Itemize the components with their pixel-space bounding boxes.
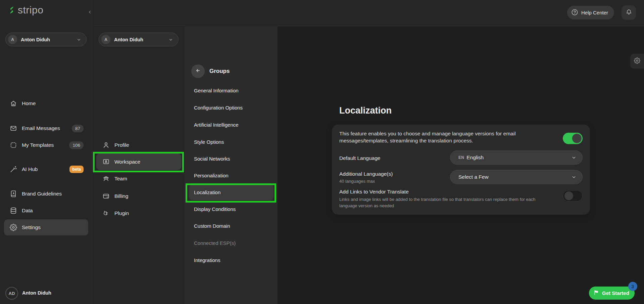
avatar: A — [8, 35, 17, 44]
additional-languages-select[interactable]: Select a Few — [450, 170, 583, 184]
group-item-label: Social Networks — [194, 156, 230, 162]
feature-toggle[interactable] — [563, 133, 583, 144]
settings-nav-team[interactable]: Team — [96, 170, 181, 187]
sidebar-item-data[interactable]: Data — [4, 203, 88, 219]
language-value: English — [466, 155, 484, 161]
sidebar-item-home[interactable]: Home — [4, 95, 88, 112]
default-language-select[interactable]: EN English — [450, 150, 583, 165]
envelope-icon — [10, 125, 17, 132]
flag-icon — [593, 290, 599, 297]
email-messages-count-badge: 87 — [72, 125, 84, 132]
group-item-label: Custom Domain — [194, 223, 230, 229]
group-item-localization[interactable]: Localization — [189, 184, 274, 200]
notifications-button[interactable] — [622, 5, 636, 20]
settings-nav-workspace[interactable]: Workspace — [96, 154, 181, 170]
group-item-label: Integrations — [194, 257, 220, 263]
additional-languages-value: Select a Few — [458, 174, 489, 180]
settings-nav-label: Profile — [114, 142, 129, 148]
database-icon — [10, 207, 17, 214]
help-center-button[interactable]: Help Center — [567, 6, 614, 19]
template-grid-icon — [10, 141, 17, 149]
home-icon — [10, 100, 17, 107]
group-item-label: Personalization — [194, 173, 229, 178]
footer-user-name: Anton Diduh — [22, 290, 51, 296]
logo-text: stripo — [18, 4, 43, 16]
vendor-translate-label: Add Links to Vendor Translate — [339, 189, 409, 195]
sidebar-item-my-templates[interactable]: My Templates 106 — [4, 137, 88, 153]
question-circle-icon — [571, 9, 578, 17]
chevron-down-icon — [571, 155, 577, 161]
group-item-label: General Information — [194, 88, 239, 93]
my-templates-count-badge: 106 — [69, 141, 84, 149]
groups-panel-title: Groups — [209, 68, 230, 75]
credit-card-icon — [102, 192, 110, 200]
group-item-label: Localization — [194, 189, 220, 195]
toggle-knob — [572, 134, 582, 143]
sidebar-item-settings[interactable]: Settings — [4, 219, 88, 235]
group-item-label: Display Conditions — [194, 206, 236, 212]
app-window: stripo A Anton Diduh Home Email Messages… — [0, 0, 644, 304]
sidebar-item-ai-hub[interactable]: AI Hub beta — [4, 161, 88, 177]
settings-nav-label: Workspace — [114, 159, 140, 165]
group-item-general-information[interactable]: General Information — [189, 83, 274, 98]
sidebar-item-label: AI Hub — [22, 166, 38, 172]
stripo-logo[interactable]: stripo — [8, 4, 43, 16]
magic-wand-icon — [10, 166, 17, 173]
chevron-down-icon — [76, 37, 82, 42]
vendor-translate-hint: Links and image links will be added to t… — [339, 196, 567, 209]
book-icon — [10, 190, 17, 198]
panel-settings-tab[interactable] — [630, 54, 644, 69]
toggle-knob — [564, 191, 573, 200]
group-item-label: Connected ESP(s) — [194, 240, 236, 246]
settings-nav-billing[interactable]: Billing — [96, 188, 181, 204]
sidebar-item-brand-guidelines[interactable]: Brand Guidelines — [4, 186, 88, 202]
get-started-button[interactable]: Get Started — [589, 287, 635, 300]
vendor-translate-toggle[interactable] — [563, 190, 583, 202]
group-item-label: Artificial Intelligence — [194, 122, 239, 128]
sidebar-item-label: Brand Guidelines — [22, 191, 62, 197]
person-icon — [102, 141, 110, 149]
settings-nav-profile[interactable]: Profile — [96, 137, 181, 153]
avatar: A — [101, 35, 110, 44]
workspace-monitor-icon — [102, 158, 110, 166]
settings-nav-plugin[interactable]: Plugin — [96, 205, 181, 221]
account-switcher[interactable]: A Anton Diduh — [5, 33, 87, 46]
group-item-social-networks[interactable]: Social Networks — [189, 151, 274, 167]
sidebar-item-label: Email Messages — [22, 125, 60, 131]
footer-avatar[interactable]: AD — [5, 287, 18, 300]
sidebar-item-email-messages[interactable]: Email Messages 87 — [4, 120, 88, 136]
chevron-down-icon — [571, 174, 577, 180]
settings-nav-label: Billing — [114, 193, 128, 199]
settings-nav-label: Team — [114, 176, 127, 182]
gear-icon — [10, 224, 17, 231]
group-item-configuration-options[interactable]: Configuration Options — [189, 100, 274, 116]
group-item-custom-domain[interactable]: Custom Domain — [189, 218, 274, 234]
additional-languages-label: Additional Language(s) — [339, 171, 393, 177]
top-bar — [93, 0, 644, 26]
get-started-label: Get Started — [602, 290, 629, 296]
get-started-count-badge[interactable]: 3 — [628, 282, 637, 291]
team-icon — [102, 175, 110, 182]
chevron-down-icon — [168, 37, 174, 42]
sidebar-item-label: Home — [22, 100, 36, 106]
stripo-logo-icon — [8, 6, 15, 14]
group-item-style-options[interactable]: Style Options — [189, 134, 274, 150]
group-item-label: Configuration Options — [194, 105, 243, 111]
workspace-account-switcher[interactable]: A Anton Diduh — [99, 33, 179, 46]
group-item-connected-esp: Connected ESP(s) — [189, 235, 274, 251]
feature-description: This feature enables you to choose and m… — [339, 130, 554, 144]
bell-icon — [626, 9, 632, 17]
group-item-integrations[interactable]: Integrations — [189, 252, 274, 268]
group-item-artificial-intelligence[interactable]: Artificial Intelligence — [189, 117, 274, 133]
page-title: Localization — [339, 105, 392, 116]
group-item-personalization[interactable]: Personalization — [189, 168, 274, 183]
arrow-left-icon — [195, 67, 201, 75]
sidebar-collapse-button[interactable] — [86, 9, 94, 17]
default-language-label: Default Language — [339, 155, 380, 161]
group-item-display-conditions[interactable]: Display Conditions — [189, 201, 274, 217]
sidebar-item-label: Data — [22, 208, 33, 214]
gear-icon — [634, 57, 640, 65]
ai-hub-beta-badge: beta — [69, 166, 84, 173]
back-button[interactable] — [191, 64, 205, 78]
group-item-label: Style Options — [194, 139, 224, 145]
